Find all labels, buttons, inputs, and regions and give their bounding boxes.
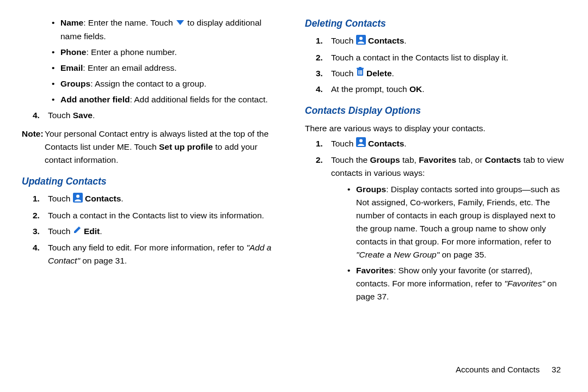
- svg-marker-0: [176, 20, 184, 25]
- updating-step-4: 4. Touch any field to edit. For more inf…: [33, 241, 283, 267]
- svg-rect-11: [361, 70, 362, 75]
- display-step-1: 1. Touch Contacts.: [316, 137, 566, 151]
- bullet-name: Name: Enter the name. Touch to display a…: [52, 16, 283, 43]
- footer-section: Accounts and Contacts: [456, 365, 540, 374]
- svg-rect-10: [360, 70, 361, 75]
- updating-step-1: 1. Touch Contacts.: [33, 192, 283, 206]
- deleting-step-4: 4. At the prompt, touch OK.: [316, 83, 566, 96]
- updating-steps: 1. Touch Contacts. 2. Touch a contact in…: [33, 192, 283, 267]
- sub-bullet-groups: Groups: Display contacts sorted into gro…: [347, 183, 566, 261]
- contacts-icon: [73, 193, 83, 206]
- display-step-2: 2. Touch the Groups tab, Favorites tab, …: [316, 154, 566, 303]
- svg-marker-3: [74, 226, 81, 233]
- bullet-groups: Groups: Assign the contact to a group.: [52, 77, 283, 90]
- updating-step-3: 3. Touch Edit.: [33, 225, 283, 238]
- heading-contacts-display-options: Contacts Display Options: [305, 103, 566, 118]
- deleting-step-2: 2. Touch a contact in the Contacts list …: [316, 51, 566, 64]
- edit-icon: [73, 225, 82, 238]
- deleting-steps: 1. Touch Contacts. 2. Touch a contact in…: [316, 34, 566, 96]
- left-column: Name: Enter the name. Touch to display a…: [22, 16, 283, 306]
- trash-icon: [356, 67, 364, 80]
- svg-point-2: [76, 194, 79, 198]
- updating-step-2: 2. Touch a contact in the Contacts list …: [33, 209, 283, 222]
- svg-rect-8: [359, 67, 362, 69]
- deleting-step-1: 1. Touch Contacts.: [316, 34, 566, 48]
- footer-page-number: 32: [552, 365, 561, 374]
- svg-rect-9: [358, 70, 359, 75]
- contacts-icon: [356, 35, 366, 48]
- contacts-icon: [356, 137, 366, 151]
- sub-bullet-favorites: Favorites: Show only your favorite (or s…: [347, 264, 566, 303]
- display-steps: 1. Touch Contacts. 2. Touch the Groups t…: [316, 137, 566, 304]
- bullet-add-another: Add another field: Add additional fields…: [52, 93, 283, 106]
- bullet-email: Email: Enter an email address.: [52, 62, 283, 75]
- heading-updating-contacts: Updating Contacts: [22, 174, 283, 189]
- chevron-down-icon: [175, 17, 185, 30]
- svg-point-13: [359, 139, 363, 143]
- display-intro: There are various ways to display your c…: [305, 122, 566, 135]
- heading-deleting-contacts: Deleting Contacts: [305, 16, 566, 31]
- page-footer: Accounts and Contacts 32: [456, 363, 561, 376]
- step-4-save: 4. Touch Save.: [33, 109, 283, 122]
- note-text: Note: Your personal Contact entry is alw…: [22, 127, 283, 167]
- field-bullet-list: Name: Enter the name. Touch to display a…: [52, 16, 283, 106]
- right-column: Deleting Contacts 1. Touch Contacts. 2. …: [305, 16, 566, 306]
- bullet-phone: Phone: Enter a phone number.: [52, 46, 283, 59]
- svg-point-5: [359, 36, 363, 40]
- deleting-step-3: 3. Touch Delete.: [316, 67, 566, 81]
